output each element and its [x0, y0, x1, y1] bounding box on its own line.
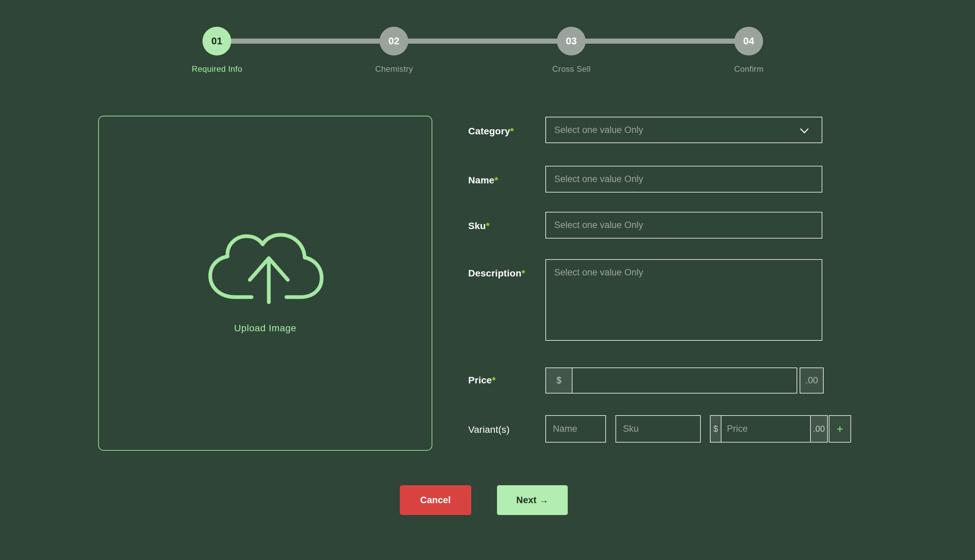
step-label-confirm: Confirm: [695, 64, 803, 74]
sku-label: Sku*: [468, 221, 489, 232]
description-label: Description*: [468, 268, 526, 279]
price-input-group: $: [545, 367, 797, 393]
variant-sku-input[interactable]: [616, 415, 701, 443]
next-button[interactable]: Next →: [497, 485, 568, 515]
variant-price-currency-prefix: $: [711, 416, 721, 442]
name-input[interactable]: [545, 166, 822, 193]
step-circle-1[interactable]: 01: [202, 27, 231, 55]
category-label: Category*: [468, 126, 514, 137]
category-select[interactable]: Select one value Only: [545, 117, 822, 143]
variant-price-input[interactable]: [721, 416, 810, 442]
add-product-wizard: { "colors": { "background": "#2F4537", "…: [0, 0, 975, 560]
step-label-chemistry: Chemistry: [340, 64, 448, 74]
variants-label: Variant(s): [468, 424, 509, 435]
price-input[interactable]: [573, 368, 796, 393]
description-textarea[interactable]: [545, 259, 822, 341]
cloud-upload-icon: [205, 228, 327, 305]
variant-price-input-group: $ .00: [710, 415, 828, 443]
step-circle-2[interactable]: 02: [379, 27, 408, 55]
price-decimal-suffix: .00: [800, 367, 824, 393]
variant-price-decimal-suffix: .00: [810, 416, 827, 442]
upload-image-label: Upload Image: [99, 323, 432, 333]
category-select-value: Select one value Only: [554, 125, 643, 135]
price-currency-prefix: $: [546, 368, 573, 393]
stepper-connector-line: [217, 38, 749, 43]
step-label-cross-sell: Cross Sell: [517, 64, 626, 74]
sku-input[interactable]: [545, 212, 822, 238]
price-label: Price*: [468, 375, 496, 386]
step-circle-3[interactable]: 03: [557, 27, 586, 55]
chevron-down-icon: [800, 125, 808, 133]
cancel-button[interactable]: Cancel: [400, 485, 471, 515]
variant-name-input[interactable]: [545, 415, 606, 443]
name-label: Name*: [468, 175, 498, 186]
step-label-required-info: Required Info: [163, 64, 271, 74]
step-circle-4[interactable]: 04: [734, 27, 763, 55]
upload-image-dropzone[interactable]: Upload Image: [98, 116, 432, 451]
add-variant-button[interactable]: +: [829, 415, 851, 443]
